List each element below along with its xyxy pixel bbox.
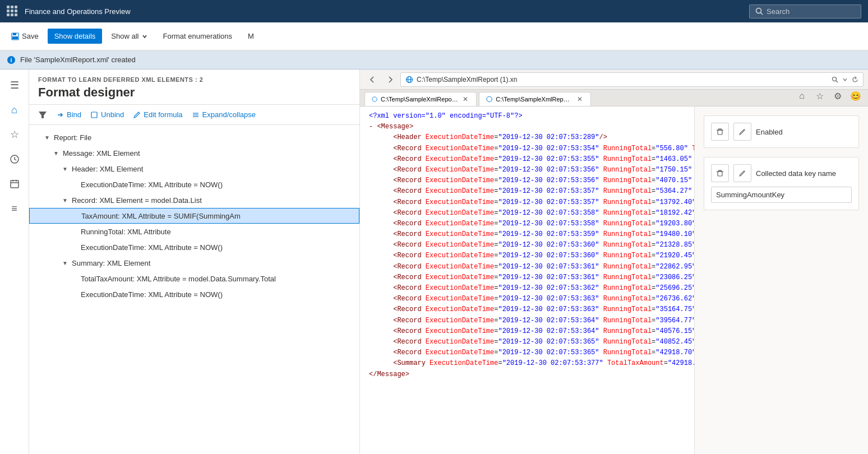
svg-point-23 bbox=[487, 96, 492, 101]
xml-line: <Record ExecutionDateTime="2019-12-30 02… bbox=[369, 165, 685, 175]
browser-globe-icon bbox=[405, 76, 413, 84]
svg-line-29 bbox=[744, 129, 745, 130]
xml-line: <Record ExecutionDateTime="2019-12-30 02… bbox=[369, 175, 685, 186]
tree-arrow: ▼ bbox=[52, 149, 61, 157]
tree-item-label: ExecutionDateTime: XML Attribute = NOW() bbox=[81, 243, 355, 252]
tab2-globe-icon bbox=[486, 96, 492, 103]
collected-data-key-row: Collected data key name bbox=[711, 164, 852, 182]
svg-rect-8 bbox=[11, 180, 19, 188]
expand-collapse-button[interactable]: Expand/collapse bbox=[192, 108, 256, 121]
tab2-close-button[interactable]: ✕ bbox=[576, 95, 584, 103]
browser-home-button[interactable]: ⌂ bbox=[794, 88, 810, 104]
xml-line: <Record ExecutionDateTime="2019-12-30 02… bbox=[369, 294, 685, 304]
tree-arrow bbox=[70, 180, 79, 189]
tree-item-report[interactable]: ▼ Report: File bbox=[29, 129, 359, 145]
tree-item-record-dt[interactable]: ExecutionDateTime: XML Attribute = NOW() bbox=[29, 239, 359, 255]
xml-line: - <Message> bbox=[369, 122, 685, 132]
search-input[interactable] bbox=[767, 7, 845, 16]
svg-line-1 bbox=[761, 13, 763, 15]
search-box[interactable] bbox=[749, 4, 861, 18]
tree-item-label: ExecutionDateTime: XML Attribute = NOW() bbox=[81, 290, 355, 299]
notification-bar: i File 'SampleXmlReport.xml' created bbox=[0, 50, 868, 70]
svg-text:i: i bbox=[10, 57, 12, 63]
tree-item-taxamount[interactable]: TaxAmount: XML Attribute = SUMIF(Summing… bbox=[29, 208, 359, 224]
more-button[interactable]: M bbox=[241, 29, 261, 44]
designer-label: FORMAT TO LEARN DEFERRED XML ELEMENTS : … bbox=[38, 76, 350, 83]
xml-line: <Record ExecutionDateTime="2019-12-30 02… bbox=[369, 272, 685, 283]
save-button[interactable]: Save bbox=[4, 29, 45, 44]
tree-item-summary[interactable]: ▼ Summary: XML Element bbox=[29, 255, 359, 271]
format-enumerations-button[interactable]: Format enumerations bbox=[156, 29, 239, 44]
tree-arrow: ▼ bbox=[61, 196, 70, 205]
key-delete-button[interactable] bbox=[711, 164, 729, 182]
show-all-button[interactable]: Show all bbox=[104, 29, 154, 44]
browser-settings-button[interactable]: ⚙ bbox=[830, 88, 846, 104]
browser-forward-button[interactable] bbox=[382, 72, 398, 87]
sidebar-recent[interactable] bbox=[3, 148, 26, 170]
enabled-edit-button[interactable] bbox=[733, 123, 751, 141]
xml-line: <?xml version="1.0" encoding="UTF-8"?> bbox=[369, 111, 685, 122]
xml-line: <Summary ExecutionDateTime="2019-12-30 0… bbox=[369, 358, 685, 369]
tree-arrow bbox=[70, 243, 79, 252]
tree-item-runningtotal[interactable]: RunningTotal: XML Attribute bbox=[29, 224, 359, 239]
browser-tab-1[interactable]: C:\Temp\SampleXmlReport (1).xn ✕ bbox=[364, 92, 477, 106]
tree-item-totaltaxamount[interactable]: TotalTaxAmount: XML Attribute = model.Da… bbox=[29, 271, 359, 286]
browser-star-button[interactable]: ☆ bbox=[812, 88, 828, 104]
browser-back-button[interactable] bbox=[364, 72, 380, 87]
unbind-button[interactable]: Unbind bbox=[90, 108, 124, 121]
right-section: C:\Temp\SampleXmlReport (1).xn bbox=[360, 70, 868, 454]
sidebar-calendar[interactable] bbox=[3, 173, 26, 195]
tab-globe-icon bbox=[372, 96, 377, 103]
show-details-button[interactable]: Show details bbox=[48, 29, 103, 44]
tree-arrow: ▼ bbox=[61, 164, 70, 173]
app-grid-icon[interactable] bbox=[7, 6, 18, 17]
chevron-down-icon bbox=[142, 34, 147, 39]
enabled-label: Enabled bbox=[756, 128, 783, 136]
browser-tab-2[interactable]: C:\Temp\SampleXmlReport ... ✕ bbox=[479, 92, 591, 106]
tree-item-header[interactable]: ▼ Header: XML Element bbox=[29, 161, 359, 177]
browser-profile-button[interactable]: 😊 bbox=[848, 88, 864, 104]
tree-item-label: ExecutionDateTime: XML Attribute = NOW() bbox=[81, 180, 355, 189]
app-title: Finance and Operations Preview bbox=[25, 7, 131, 16]
tree-item-summary-dt[interactable]: ExecutionDateTime: XML Attribute = NOW() bbox=[29, 286, 359, 302]
xml-line: <Record ExecutionDateTime="2019-12-30 02… bbox=[369, 229, 685, 240]
xml-line: <Record ExecutionDateTime="2019-12-30 02… bbox=[369, 219, 685, 229]
pencil2-icon bbox=[738, 169, 746, 177]
tab1-close-button[interactable]: ✕ bbox=[461, 95, 469, 103]
tree-item-label: Message: XML Element bbox=[63, 149, 355, 157]
enabled-delete-button[interactable] bbox=[711, 123, 729, 141]
search-icon bbox=[755, 7, 763, 15]
main-toolbar: Save Show details Show all Format enumer… bbox=[0, 22, 868, 50]
browser-tab-bar: C:\Temp\SampleXmlReport (1).xn ✕ C:\Temp… bbox=[360, 90, 868, 106]
tree-arrow bbox=[70, 227, 79, 236]
sidebar-favorites[interactable]: ☆ bbox=[3, 123, 26, 146]
bind-button[interactable]: Bind bbox=[56, 108, 81, 121]
trash2-icon bbox=[716, 169, 724, 177]
main-layout: ☰ ⌂ ☆ ≡ FORMAT TO LEARN DEFERRED XML ELE… bbox=[0, 70, 868, 454]
svg-point-20 bbox=[833, 77, 837, 81]
properties-panel: Enabled bbox=[694, 106, 868, 454]
tree-item-header-dt[interactable]: ExecutionDateTime: XML Attribute = NOW() bbox=[29, 177, 359, 192]
edit-formula-button[interactable]: Edit formula bbox=[133, 108, 182, 121]
sidebar-hamburger[interactable]: ☰ bbox=[3, 74, 26, 96]
left-sidebar: ☰ ⌂ ☆ ≡ bbox=[0, 70, 29, 454]
xml-line: <Record ExecutionDateTime="2019-12-30 02… bbox=[369, 143, 685, 154]
tree-arrow bbox=[70, 211, 79, 220]
expand-collapse-label: Expand/collapse bbox=[202, 110, 256, 119]
collected-data-key-input[interactable] bbox=[711, 187, 852, 203]
browser-address-bar[interactable]: C:\Temp\SampleXmlReport (1).xn bbox=[400, 72, 864, 87]
tree-item-record[interactable]: ▼ Record: XML Element = model.Data.List bbox=[29, 192, 359, 208]
svg-rect-30 bbox=[718, 172, 722, 176]
collected-data-key-section: Collected data key name bbox=[704, 157, 859, 210]
enabled-section: Enabled bbox=[704, 115, 859, 148]
show-details-label: Show details bbox=[54, 32, 96, 40]
notification-message: File 'SampleXmlReport.xml' created bbox=[20, 55, 136, 64]
svg-rect-3 bbox=[13, 33, 16, 35]
key-edit-button[interactable] bbox=[733, 164, 751, 182]
xml-line: <Record ExecutionDateTime="2019-12-30 02… bbox=[369, 304, 685, 315]
filter-icon bbox=[38, 110, 47, 119]
sidebar-list[interactable]: ≡ bbox=[3, 197, 26, 220]
sidebar-home[interactable]: ⌂ bbox=[3, 99, 26, 121]
tree-item-message[interactable]: ▼ Message: XML Element bbox=[29, 145, 359, 161]
xml-line: <Record ExecutionDateTime="2019-12-30 02… bbox=[369, 348, 685, 358]
